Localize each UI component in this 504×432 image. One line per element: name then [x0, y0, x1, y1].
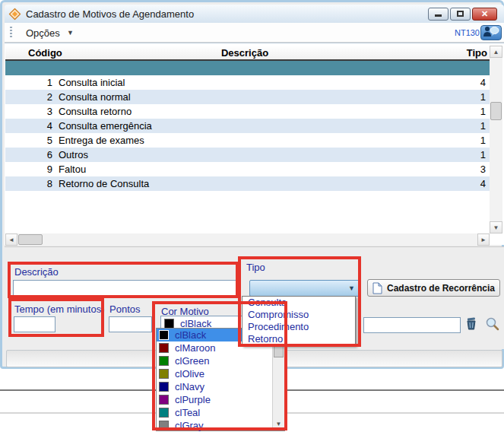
color-swatch [159, 382, 169, 392]
cell-tipo: 1 [410, 91, 486, 103]
cell-descricao: Consulta emergência [59, 120, 152, 132]
cell-codigo: 5 [8, 135, 52, 146]
table-row-selected-empty[interactable] [5, 61, 490, 75]
tipo-option[interactable]: Compromisso [242, 309, 355, 321]
search-input[interactable] [363, 317, 461, 333]
horizontal-scrollbar[interactable]: ◄ ► [5, 233, 490, 246]
cadastro-recorrencia-button[interactable]: Cadastro de Recorrência [367, 279, 500, 297]
cell-codigo: 1 [8, 77, 52, 88]
tempo-label: Tempo (em minutos) [14, 303, 104, 315]
horizontal-scroll-thumb[interactable] [18, 234, 43, 245]
table-row[interactable]: 5 Entrega de exames 1 [5, 133, 490, 148]
color-swatch [159, 356, 169, 366]
cell-codigo: 6 [8, 149, 52, 160]
scroll-up-icon[interactable]: ▲ [490, 46, 502, 58]
table-row[interactable]: 9 Faltou 3 [5, 162, 490, 176]
minimize-button[interactable] [428, 8, 449, 21]
cell-tipo: 1 [410, 106, 486, 117]
cor-option-label: clGreen [175, 355, 210, 367]
people-chat-icon [483, 26, 499, 37]
options-menu-button[interactable]: Opções [21, 26, 65, 40]
cell-codigo: 8 [8, 178, 52, 189]
search-icon[interactable] [485, 316, 500, 332]
color-swatch [159, 343, 169, 353]
grid-header-row: Código Descrição Tipo [5, 46, 490, 61]
cor-option[interactable]: clOlive [157, 367, 284, 380]
table-row[interactable]: 3 Consulta retorno 1 [5, 104, 490, 119]
options-dropdown-arrow-icon[interactable]: ▼ [67, 29, 74, 37]
cell-tipo: 1 [410, 149, 486, 160]
cor-option-label: clBlack [175, 329, 206, 341]
cor-scroll-down-icon[interactable]: ▼ [273, 419, 284, 430]
cor-option-label: clOlive [175, 368, 204, 380]
cor-option[interactable]: clGray [157, 419, 284, 432]
table-row[interactable]: 1 Consulta inicial 4 [5, 75, 490, 90]
cor-option-label: clMaroon [175, 342, 215, 354]
table-row[interactable]: 4 Consulta emergência 1 [5, 119, 490, 133]
trash-icon[interactable] [464, 316, 479, 332]
tipo-label: Tipo [246, 262, 265, 273]
cell-descricao: Entrega de exames [59, 135, 144, 146]
vertical-scrollbar[interactable]: ▲ ▼ [490, 46, 502, 233]
cell-descricao: Consulta retorno [59, 106, 132, 117]
cell-tipo: 1 [410, 120, 486, 132]
color-swatch [159, 369, 169, 379]
table-row[interactable]: 8 Retorno de Consulta 4 [5, 176, 490, 191]
window-title: Cadastro de Motivos de Agendamento [26, 8, 194, 20]
tipo-combobox[interactable]: ▼ [249, 280, 360, 297]
cor-option-label: clPurple [175, 394, 211, 405]
maximize-button[interactable] [450, 8, 471, 21]
screen: Cadastro de Motivos de Agendamento ✕ Opç… [0, 0, 504, 432]
table-row[interactable]: 2 Consulta normal 1 [5, 90, 490, 104]
tipo-option[interactable]: Consulta [242, 297, 355, 309]
tipo-option[interactable]: Retorno [242, 333, 355, 345]
descricao-input[interactable] [13, 280, 239, 297]
tipo-option[interactable]: Procedimento [242, 321, 355, 333]
cell-codigo: 2 [8, 91, 52, 103]
color-swatch [159, 395, 169, 405]
color-swatch [159, 408, 169, 418]
column-header-descricao[interactable]: Descrição [169, 47, 321, 59]
cor-list-scrollbar[interactable]: ▼ [272, 339, 284, 430]
reasons-grid: Código Descrição Tipo 1 Consulta inicial… [5, 43, 504, 245]
tempo-input[interactable] [14, 316, 55, 332]
cell-tipo: 4 [410, 178, 486, 189]
cell-descricao: Outros [59, 149, 88, 160]
cell-tipo: 4 [410, 77, 486, 88]
cell-tipo: 3 [410, 164, 486, 175]
cell-codigo: 4 [8, 120, 52, 132]
tipo-dropdown-arrow-icon[interactable]: ▼ [348, 284, 355, 292]
cor-option-label: clTeal [175, 407, 200, 418]
scroll-right-icon[interactable]: ► [477, 233, 490, 246]
descricao-label: Descrição [14, 266, 59, 278]
cell-codigo: 9 [8, 164, 52, 175]
cor-option[interactable]: clTeal [157, 406, 284, 419]
cor-option-label: clGray [175, 420, 204, 431]
pontos-input[interactable] [109, 316, 152, 332]
color-swatch [159, 330, 169, 340]
cell-descricao: Retorno de Consulta [59, 178, 149, 189]
table-row[interactable]: 6 Outros 1 [5, 148, 490, 162]
document-icon [372, 282, 382, 294]
scroll-down-icon[interactable]: ▼ [490, 221, 502, 233]
cell-codigo: 3 [8, 106, 52, 117]
tipo-dropdown-list: Consulta Compromisso Procedimento Retorn… [242, 296, 356, 346]
scroll-left-icon[interactable]: ◄ [5, 233, 17, 246]
pontos-label: Pontos [109, 303, 140, 315]
chat-support-button[interactable] [480, 25, 502, 40]
close-button[interactable]: ✕ [472, 8, 497, 21]
nt-code-label: NT130 [438, 28, 480, 37]
color-swatch [159, 421, 169, 430]
cor-option[interactable]: clGreen [157, 354, 284, 367]
cor-option-label: clNavy [175, 381, 204, 392]
cell-descricao: Consulta normal [59, 91, 131, 103]
column-header-codigo[interactable]: Código [28, 47, 62, 59]
vertical-scroll-thumb[interactable] [490, 102, 502, 120]
minimize-icon [435, 14, 442, 17]
toolbar-grip-icon [10, 27, 12, 39]
cor-option[interactable]: clPurple [157, 393, 284, 406]
column-header-tipo[interactable]: Tipo [411, 47, 487, 59]
color-swatch [164, 319, 174, 329]
toolbar: Opções ▼ NT130 [5, 23, 504, 43]
cor-option[interactable]: clNavy [157, 380, 284, 393]
